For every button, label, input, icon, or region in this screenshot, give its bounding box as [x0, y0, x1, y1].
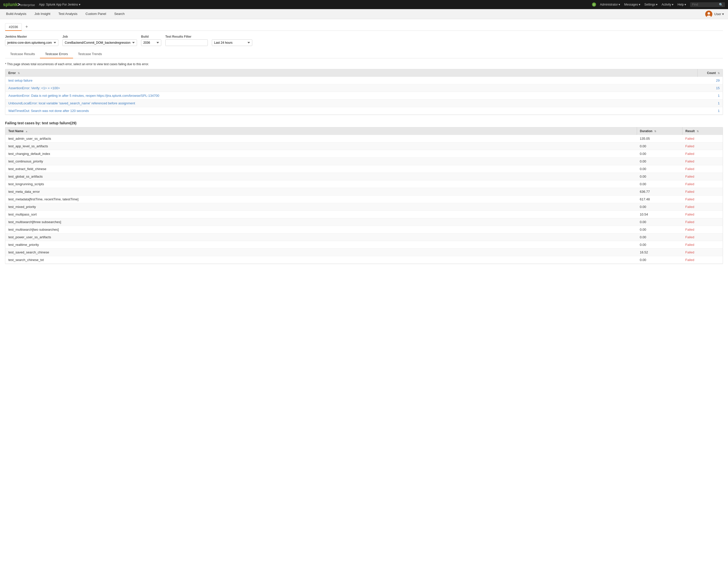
failing-section: Failing test cases by: test setup failur… — [5, 121, 723, 264]
duration-cell: 135.05 — [637, 135, 682, 143]
result-cell: Failed — [682, 203, 723, 211]
sidebar-item-build-analysis[interactable]: Build Analysis — [2, 9, 30, 19]
test-name-cell: test_realtime_priority — [5, 241, 637, 249]
avatar-icon — [705, 11, 712, 18]
test-name-cell: test_mixed_priority — [5, 203, 637, 211]
test-name-cell: test_changing_default_index — [5, 150, 637, 158]
tab-testcase-trends[interactable]: Testcase Trends — [73, 50, 107, 58]
result-cell: Failed — [682, 188, 723, 196]
jenkins-master-select[interactable]: jenkins-core-dom.splunkeng.com — [5, 39, 58, 46]
result-cell: Failed — [682, 143, 723, 150]
table-row: test_mixed_priority 0.00 Failed — [5, 203, 723, 211]
error-link[interactable]: UnboundLocalError: local variable 'saved… — [8, 101, 135, 105]
error-count-link[interactable]: 1 — [718, 101, 720, 105]
secondary-nav: Build Analysis Job Insight Test Analysis… — [0, 9, 728, 19]
sidebar-item-custom-panel[interactable]: Custom Panel — [81, 9, 110, 19]
user-button[interactable]: User ▾ — [714, 12, 724, 16]
tab-testcase-results[interactable]: Testcase Results — [5, 50, 40, 58]
error-count-link[interactable]: 15 — [716, 86, 720, 90]
table-row: test_power_user_ss_artifacts 0.00 Failed — [5, 234, 723, 241]
topbar-right: i Administrator ▾ Messages ▾ Settings ▾ … — [592, 2, 725, 7]
result-cell: Failed — [682, 218, 723, 226]
info-text: * This page shows total occurrences of e… — [5, 62, 723, 66]
help-link[interactable]: Help ▾ — [677, 3, 686, 6]
add-tab-button[interactable]: + — [24, 24, 30, 30]
messages-link[interactable]: Messages ▾ — [624, 3, 640, 6]
testcase-errors-label: Testcase Errors — [45, 52, 68, 56]
test-results-filter-input[interactable] — [165, 39, 208, 46]
count-col-header[interactable]: Count ⇅ — [697, 69, 723, 77]
table-row[interactable]: test setup failure 29 — [5, 77, 723, 84]
test-name-cell: test_continuous_priority — [5, 158, 637, 165]
error-link[interactable]: WaitTimedOut: Search was not done after … — [8, 109, 89, 113]
error-count-link[interactable]: 29 — [716, 79, 720, 82]
table-row: test_app_level_ss_artifacts 0.00 Failed — [5, 143, 723, 150]
sidebar-item-test-analysis[interactable]: Test Analysis — [54, 9, 81, 19]
admin-info-icon: i — [592, 3, 596, 7]
table-row[interactable]: AssertionError: Verify: <1> = <100> 15 — [5, 84, 723, 92]
test-name-cell: test_global_ss_artifacts — [5, 173, 637, 181]
result-col-header[interactable]: Result ⇅ — [682, 127, 723, 135]
table-row: test_extract_field_chinese 0.00 Failed — [5, 165, 723, 173]
table-row: test_saved_search_chinese 16.52 Failed — [5, 249, 723, 256]
sidebar-item-search[interactable]: Search — [110, 9, 129, 19]
error-link[interactable]: test setup failure — [8, 79, 32, 82]
error-link[interactable]: AssertionError: Verify: <1> = <100> — [8, 86, 60, 90]
find-input[interactable] — [692, 3, 717, 6]
result-cell: Failed — [682, 196, 723, 203]
find-bar[interactable]: 🔍 — [690, 2, 725, 7]
duration-cell: 0.00 — [637, 241, 682, 249]
result-cell: Failed — [682, 150, 723, 158]
build-group: Build 2036 — [141, 35, 161, 46]
duration-cell: 16.52 — [637, 249, 682, 256]
table-row[interactable]: WaitTimedOut: Search was not done after … — [5, 107, 723, 115]
table-row: test_global_ss_artifacts 0.00 Failed — [5, 173, 723, 181]
activity-label: Activity — [662, 3, 671, 6]
jenkins-master-group: Jenkins Master jenkins-core-dom.splunken… — [5, 35, 58, 46]
test-results-filter-label: Test Results Filter — [165, 35, 208, 38]
table-row[interactable]: AssertionError: Data is not getting in a… — [5, 92, 723, 100]
build-label: Build — [141, 35, 161, 38]
table-row: test_changing_default_index 0.00 Failed — [5, 150, 723, 158]
admin-link[interactable]: Administrator ▾ — [600, 3, 620, 6]
test-name-col-label: Test Name — [8, 129, 24, 133]
build-select[interactable]: 2036 — [141, 39, 161, 46]
error-link[interactable]: AssertionError: Data is not getting in a… — [8, 94, 159, 98]
table-row: test_continuous_priority 0.00 Failed — [5, 158, 723, 165]
count-sort-icon: ⇅ — [718, 72, 720, 75]
error-col-header[interactable]: Error ⇅ — [5, 69, 697, 77]
build-analysis-label: Build Analysis — [6, 12, 26, 16]
result-cell: Failed — [682, 173, 723, 181]
app-label[interactable]: App: Splunk App For Jenkins ▾ — [39, 3, 80, 6]
time-range-select[interactable]: Last 24 hours — [212, 39, 252, 46]
tab-row: #2036 + — [5, 23, 723, 31]
activity-link[interactable]: Activity ▾ — [662, 3, 673, 6]
test-name-cell: test_search_chinese_txt — [5, 256, 637, 264]
duration-col-header[interactable]: Duration ⇅ — [637, 127, 682, 135]
duration-cell: 0.00 — [637, 165, 682, 173]
tab-2036[interactable]: #2036 — [5, 23, 22, 31]
sidebar-item-job-insight[interactable]: Job Insight — [30, 9, 54, 19]
duration-cell: 0.00 — [637, 158, 682, 165]
test-name-cell: test_saved_search_chinese — [5, 249, 637, 256]
duration-cell: 0.00 — [637, 173, 682, 181]
duration-cell: 0.00 — [637, 203, 682, 211]
duration-cell: 0.00 — [637, 218, 682, 226]
tab-testcase-errors[interactable]: Testcase Errors — [40, 50, 73, 58]
topbar: splunk>enterprise App: Splunk App For Je… — [0, 0, 728, 9]
error-count-link[interactable]: 1 — [718, 109, 720, 113]
failing-section-title: Failing test cases by: test setup failur… — [5, 121, 723, 125]
table-row[interactable]: UnboundLocalError: local variable 'saved… — [5, 100, 723, 107]
table-row: test_metadata[firstTime, recentTime, lat… — [5, 196, 723, 203]
job-select[interactable]: CoreBackend/Commit_DOM_backendregression — [62, 39, 137, 46]
test-name-cell: test_extract_field_chinese — [5, 165, 637, 173]
error-count-link[interactable]: 1 — [718, 94, 720, 98]
test-name-col-header[interactable]: Test Name ▲ — [5, 127, 637, 135]
duration-cell: 0.00 — [637, 226, 682, 234]
search-icon: 🔍 — [719, 3, 723, 7]
duration-cell: 0.00 — [637, 150, 682, 158]
errors-table-wrapper: Error ⇅ Count ⇅ test setup failure 29 As… — [5, 69, 723, 115]
result-cell: Failed — [682, 211, 723, 218]
settings-link[interactable]: Settings ▾ — [644, 3, 657, 6]
table-row: test_realtime_priority 0.00 Failed — [5, 241, 723, 249]
